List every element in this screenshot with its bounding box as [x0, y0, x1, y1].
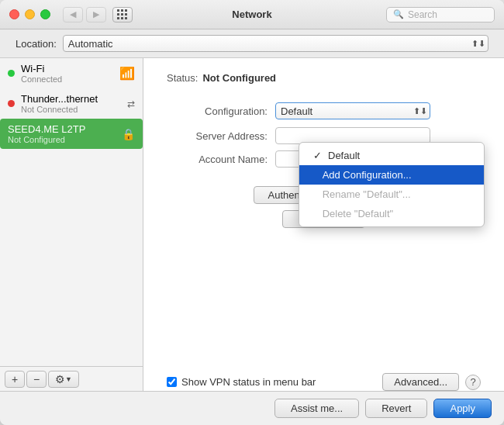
status-value: Not Configured: [202, 72, 276, 84]
network-item-vpn[interactable]: SEED4.ME L2TP Not Configured 🔒: [0, 119, 143, 149]
grid-icon: [117, 9, 128, 20]
maximize-button[interactable]: [40, 9, 50, 19]
dropdown-item-add[interactable]: Add Configuration...: [299, 165, 484, 185]
close-button[interactable]: [9, 9, 19, 19]
config-row: Configuration: Default Add Configuration…: [167, 102, 481, 119]
search-box[interactable]: 🔍: [386, 7, 495, 22]
dropdown-item-rename: Rename "Default"...: [299, 185, 484, 204]
network-status-wifi: Connected: [21, 74, 115, 84]
help-button[interactable]: ?: [465, 375, 481, 390]
dropdown-label-add: Add Configuration...: [323, 169, 412, 181]
lock-icon: 🔒: [122, 128, 135, 140]
dropdown-label-rename: Rename "Default"...: [323, 188, 411, 200]
checkmark-icon: ✓: [313, 150, 322, 161]
vpn-checkbox[interactable]: [167, 377, 177, 387]
revert-button[interactable]: Revert: [365, 399, 427, 418]
window-controls: [9, 9, 50, 19]
mid-section: Wi-Fi Connected 📶 Thunder...thernet Not …: [0, 58, 504, 391]
network-item-ethernet[interactable]: Thunder...thernet Not Connected ⇄: [0, 88, 143, 119]
right-panel: Status: Not Configured Configuration: De…: [143, 58, 504, 391]
config-select-wrapper: Default Add Configuration... ⬆⬇: [275, 102, 430, 119]
sidebar: Wi-Fi Connected 📶 Thunder...thernet Not …: [0, 58, 143, 391]
dropdown-label-delete: Delete "Default": [323, 208, 394, 219]
dropdown-item-default[interactable]: ✓ Default: [299, 146, 484, 165]
dropdown-menu-box: ✓ Default Add Configuration... Rename "D…: [299, 142, 485, 227]
back-button[interactable]: ◀: [63, 7, 83, 22]
server-address-label: Server Address:: [167, 130, 268, 142]
titlebar: ◀ ▶ Network 🔍: [0, 0, 504, 29]
network-name-ethernet: Thunder...thernet: [21, 93, 123, 105]
location-bar: Location: Automatic ⬆⬇: [0, 29, 504, 58]
location-select[interactable]: Automatic: [63, 35, 488, 52]
vpn-label[interactable]: Show VPN status in menu bar: [181, 376, 316, 388]
nav-buttons: ◀ ▶: [63, 7, 106, 22]
location-label: Location:: [16, 38, 57, 50]
advanced-button[interactable]: Advanced...: [382, 373, 459, 391]
grid-button[interactable]: [112, 7, 133, 22]
action-bar: Assist me... Revert Apply: [0, 391, 504, 425]
remove-network-button[interactable]: −: [26, 371, 47, 388]
network-info-vpn: SEED4.ME L2TP Not Configured: [8, 123, 117, 144]
network-info-wifi: Wi-Fi Connected: [21, 63, 115, 84]
vpn-row: Show VPN status in menu bar Advanced... …: [167, 358, 481, 391]
wifi-icon: 📶: [119, 66, 135, 81]
config-dropdown-menu: ✓ Default Add Configuration... Rename "D…: [299, 142, 485, 227]
dropdown-item-delete: Delete "Default": [299, 204, 484, 223]
forward-icon: ▶: [93, 9, 99, 19]
gear-icon: ⚙: [55, 373, 65, 385]
status-dot-wifi: [8, 70, 15, 77]
search-icon: 🔍: [393, 9, 404, 19]
forward-button[interactable]: ▶: [86, 7, 106, 22]
search-input[interactable]: [408, 9, 488, 20]
network-window: ◀ ▶ Network 🔍 Location: Automatic ⬆⬇: [0, 0, 504, 425]
window-title: Network: [232, 9, 271, 20]
assist-button[interactable]: Assist me...: [274, 399, 359, 418]
account-name-label: Account Name:: [167, 154, 268, 165]
minus-icon: −: [33, 373, 40, 385]
ethernet-icon: ⇄: [127, 98, 135, 109]
add-network-button[interactable]: +: [5, 371, 25, 388]
network-name-wifi: Wi-Fi: [21, 63, 115, 74]
dropdown-label-default: Default: [328, 150, 360, 161]
status-label: Status:: [167, 72, 198, 84]
network-info-ethernet: Thunder...thernet Not Connected: [21, 93, 123, 114]
network-status-vpn: Not Configured: [8, 135, 117, 144]
network-name-vpn: SEED4.ME L2TP: [8, 123, 117, 135]
network-status-ethernet: Not Connected: [21, 105, 123, 114]
location-select-wrapper: Automatic ⬆⬇: [63, 35, 488, 52]
config-label: Configuration:: [167, 105, 268, 117]
back-icon: ◀: [70, 9, 76, 19]
network-list: Wi-Fi Connected 📶 Thunder...thernet Not …: [0, 58, 143, 366]
network-item-wifi[interactable]: Wi-Fi Connected 📶: [0, 58, 143, 88]
minimize-button[interactable]: [25, 9, 35, 19]
status-dot-ethernet: [8, 100, 15, 107]
gear-button[interactable]: ⚙ ▼: [48, 371, 79, 388]
check-placeholder2: [313, 188, 316, 200]
status-row: Status: Not Configured: [167, 72, 481, 84]
plus-icon: +: [12, 373, 18, 385]
check-placeholder3: [313, 208, 316, 219]
sidebar-toolbar: + − ⚙ ▼: [0, 366, 143, 391]
gear-dropdown-icon: ▼: [65, 375, 72, 383]
config-select[interactable]: Default Add Configuration...: [275, 102, 430, 119]
check-placeholder: [313, 169, 316, 181]
apply-button[interactable]: Apply: [433, 399, 492, 418]
